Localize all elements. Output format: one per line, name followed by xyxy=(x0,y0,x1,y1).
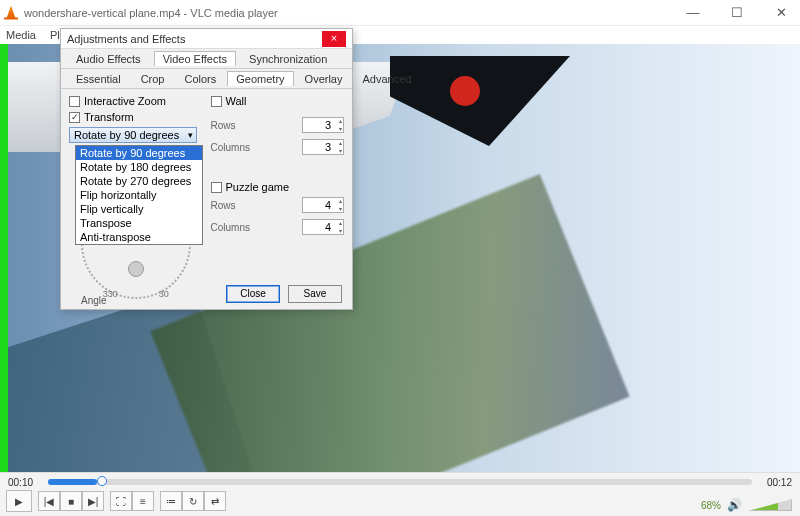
wall-rows-label: Rows xyxy=(211,120,236,131)
transform-option[interactable]: Rotate by 90 degrees xyxy=(76,146,202,160)
tab-crop[interactable]: Crop xyxy=(132,71,174,86)
dialog-title: Adjustments and Effects xyxy=(67,33,322,45)
dial-tick: 330 xyxy=(103,289,118,299)
save-button[interactable]: Save xyxy=(288,285,342,303)
speaker-icon[interactable]: 🔊 xyxy=(727,498,742,512)
vlc-icon xyxy=(4,6,18,20)
seek-track[interactable] xyxy=(48,479,752,485)
dial-knob-icon[interactable] xyxy=(128,261,144,277)
tab-overlay[interactable]: Overlay xyxy=(296,71,352,86)
transform-dropdown[interactable]: Rotate by 90 degrees xyxy=(69,127,197,143)
seek-bar: 00:10 00:12 xyxy=(8,477,792,487)
transform-checkbox[interactable]: ✓ Transform xyxy=(69,111,203,123)
menu-media[interactable]: Media xyxy=(6,29,36,41)
wall-cols-label: Columns xyxy=(211,142,250,153)
wall-cols-spinner[interactable]: 3 xyxy=(302,139,344,155)
interactive-zoom-checkbox[interactable]: Interactive Zoom xyxy=(69,95,203,107)
puzzle-cols-label: Columns xyxy=(211,222,250,233)
effects-dialog: Adjustments and Effects × Audio Effects … xyxy=(60,28,353,310)
checkbox-icon xyxy=(211,182,222,193)
tab-colors[interactable]: Colors xyxy=(175,71,225,86)
bottom-panel: 00:10 00:12 ▶ |◀ ■ ▶| ⛶ ≡ ≔ ↻ ⇄ 68% 🔊 xyxy=(0,472,800,516)
stop-button[interactable]: ■ xyxy=(60,491,82,511)
puzzle-checkbox[interactable]: Puzzle game xyxy=(211,181,345,193)
transform-option[interactable]: Anti-transpose xyxy=(76,230,202,244)
tabs-main: Audio Effects Video Effects Synchronizat… xyxy=(61,49,352,69)
puzzle-label: Puzzle game xyxy=(226,181,290,193)
volume-slider[interactable] xyxy=(748,499,792,511)
window-buttons: — ☐ ✕ xyxy=(678,6,796,19)
wall-checkbox[interactable]: Wall xyxy=(211,95,345,107)
transform-option[interactable]: Flip horizontally xyxy=(76,188,202,202)
transform-option[interactable]: Transpose xyxy=(76,216,202,230)
dialog-titlebar[interactable]: Adjustments and Effects × xyxy=(61,29,352,49)
window-title: wondershare-vertical plane.mp4 - VLC med… xyxy=(24,7,678,19)
puzzle-rows-spinner[interactable]: 4 xyxy=(302,197,344,213)
time-total: 00:12 xyxy=(758,477,792,488)
play-button[interactable]: ▶ xyxy=(6,490,32,512)
wall-rows-spinner[interactable]: 3 xyxy=(302,117,344,133)
maximize-button[interactable]: ☐ xyxy=(722,6,752,19)
wall-label: Wall xyxy=(226,95,247,107)
transform-dropdown-list[interactable]: Rotate by 90 degrees Rotate by 180 degre… xyxy=(75,145,203,245)
loop-button[interactable]: ↻ xyxy=(182,491,204,511)
tabs-sub: Essential Crop Colors Geometry Overlay A… xyxy=(61,69,352,89)
titlebar: wondershare-vertical plane.mp4 - VLC med… xyxy=(0,0,800,26)
transform-option[interactable]: Rotate by 180 degrees xyxy=(76,160,202,174)
tab-audio-effects[interactable]: Audio Effects xyxy=(67,51,150,66)
transform-selected: Rotate by 90 degrees xyxy=(74,129,179,141)
playlist-button[interactable]: ≔ xyxy=(160,491,182,511)
ext-settings-button[interactable]: ≡ xyxy=(132,491,154,511)
dial-tick: 30 xyxy=(159,289,169,299)
fullscreen-button[interactable]: ⛶ xyxy=(110,491,132,511)
interactive-zoom-label: Interactive Zoom xyxy=(84,95,166,107)
dialog-close-button[interactable]: × xyxy=(322,31,346,47)
minimize-button[interactable]: — xyxy=(678,6,708,19)
shuffle-button[interactable]: ⇄ xyxy=(204,491,226,511)
close-window-button[interactable]: ✕ xyxy=(766,6,796,19)
prev-button[interactable]: |◀ xyxy=(38,491,60,511)
volume-percent: 68% xyxy=(701,500,721,511)
next-button[interactable]: ▶| xyxy=(82,491,104,511)
close-button[interactable]: Close xyxy=(226,285,280,303)
transform-label: Transform xyxy=(84,111,134,123)
checkbox-icon xyxy=(211,96,222,107)
tab-essential[interactable]: Essential xyxy=(67,71,130,86)
checkbox-icon xyxy=(69,96,80,107)
transform-option[interactable]: Rotate by 270 degrees xyxy=(76,174,202,188)
tab-geometry[interactable]: Geometry xyxy=(227,71,293,86)
checkbox-icon: ✓ xyxy=(69,112,80,123)
puzzle-rows-label: Rows xyxy=(211,200,236,211)
tab-advanced[interactable]: Advanced xyxy=(353,71,420,86)
time-current: 00:10 xyxy=(8,477,42,488)
transform-option[interactable]: Flip vertically xyxy=(76,202,202,216)
puzzle-cols-spinner[interactable]: 4 xyxy=(302,219,344,235)
tab-video-effects[interactable]: Video Effects xyxy=(154,51,236,66)
tab-synchronization[interactable]: Synchronization xyxy=(240,51,336,66)
seek-knob-icon[interactable] xyxy=(97,476,107,486)
